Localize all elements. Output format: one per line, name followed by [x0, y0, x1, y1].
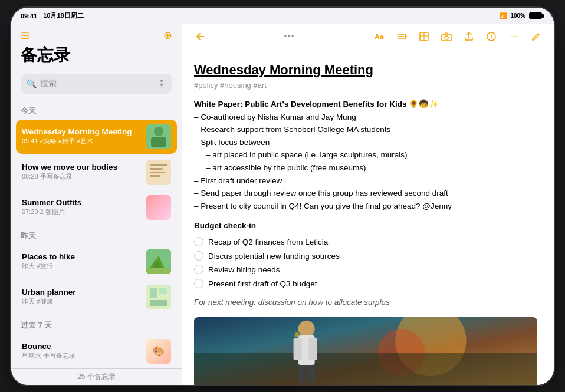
share-button[interactable] [459, 27, 478, 46]
note-text-meeting: Wednesday Morning Meeting 09:41 #策略 #房子 … [22, 127, 142, 146]
search-placeholder: 搜索 [40, 78, 155, 89]
note-meta-bounce: 星期六 手写备忘录 [22, 351, 142, 360]
toolbar-center: ••• [280, 27, 299, 46]
svg-rect-33 [309, 338, 317, 360]
edit-button[interactable] [527, 27, 546, 46]
note-title-planner: Urban planner [22, 288, 142, 297]
note-meta-outfits: 07:20 2 张照片 [22, 207, 142, 216]
note-text-bodies: How we move our bodies 08:28 手写备忘录 [22, 163, 142, 181]
line-3: – art placed in public space (i.e. large… [194, 149, 537, 162]
note-thumb-hike [146, 249, 171, 274]
svg-point-30 [298, 321, 315, 337]
checkbox-label-0: Recap of Q2 finances from Leticia [208, 236, 328, 249]
note-thumb-outfits [146, 195, 171, 220]
note-image [194, 317, 537, 385]
search-icon: 🔍 [27, 79, 37, 88]
note-text-bounce: Bounce 星期六 手写备忘录 [22, 342, 142, 360]
svg-point-18 [405, 35, 407, 38]
svg-rect-5 [150, 168, 163, 170]
note-scroll[interactable]: Wednesday Morning Meeting #policy #housi… [182, 50, 554, 385]
notes-list: 今天 Wednesday Morning Meeting 09:41 #策略 #… [11, 101, 182, 368]
sidebar: ⊟ ⊕ 备忘录 🔍 搜索 🎙 今天 Wednesday Morning Meet… [11, 24, 182, 385]
new-note-icon[interactable]: ⊕ [163, 29, 172, 42]
svg-rect-32 [294, 338, 302, 360]
line-7: – Present to city council in Q4! Can you… [194, 200, 537, 213]
note-text-outfits: Summer Outfits 07:20 2 张照片 [22, 198, 142, 216]
line-2: – Split focus between [194, 136, 537, 149]
note-thumb-bounce: 🎨 [146, 339, 171, 364]
note-title-bodies: How we move our bodies [22, 163, 142, 172]
checkbox-item-3: Present first draft of Q3 budget [194, 278, 537, 291]
svg-rect-15 [150, 300, 167, 306]
white-paper-heading: White Paper: Public Art's Development Be… [194, 98, 537, 111]
svg-rect-11 [146, 268, 171, 274]
note-meta-hike: 昨天 #旅行 [22, 262, 142, 271]
note-title-meeting: Wednesday Morning Meeting [22, 127, 142, 136]
note-meta-meeting: 09:41 #策略 #房子 #艺术 [22, 137, 142, 146]
note-count: 25 个备忘录 [77, 372, 116, 382]
line-5: – First draft under review [194, 174, 537, 187]
checkbox-2[interactable] [194, 265, 203, 274]
budget-heading: Budget check-in [194, 219, 537, 232]
sidebar-toggle-icon[interactable]: ⊟ [21, 29, 29, 42]
note-thumb-bodies [146, 160, 171, 185]
wifi-icon: 📶 [500, 12, 507, 19]
note-heading: Wednesday Morning Meeting [194, 62, 537, 79]
toolbar-left [190, 27, 209, 46]
mic-icon[interactable]: 🎙 [158, 79, 166, 88]
checkbox-0[interactable] [194, 237, 203, 246]
svg-rect-2 [151, 137, 166, 147]
status-bar: 09:41 10月18日周二 📶 100% [11, 8, 554, 24]
note-item-bounce[interactable]: Bounce 星期六 手写备忘录 🎨 [16, 334, 177, 368]
note-detail: ••• Aa [182, 24, 554, 385]
note-text-hike: Places to hike 昨天 #旅行 [22, 252, 142, 271]
svg-rect-7 [150, 175, 160, 177]
checkbox-label-3: Present first draft of Q3 budget [208, 278, 317, 291]
note-thumb-planner [146, 285, 171, 309]
note-item-bodies[interactable]: How we move our bodies 08:28 手写备忘录 [16, 155, 177, 189]
mark-button[interactable] [482, 27, 501, 46]
more-button[interactable]: ··· [504, 27, 523, 46]
note-title-bounce: Bounce [22, 342, 142, 351]
svg-point-24 [445, 36, 448, 39]
svg-rect-35 [308, 365, 315, 383]
svg-point-36 [295, 332, 300, 337]
section-yesterday: 昨天 [11, 226, 182, 243]
back-button[interactable] [190, 27, 209, 46]
note-thumb-meeting [146, 124, 171, 149]
section-past7: 过去 7 天 [11, 315, 182, 333]
note-tags: #policy #housing #art [194, 81, 537, 90]
checkbox-item-0: Recap of Q2 finances from Leticia [194, 236, 537, 249]
status-left: 09:41 10月18日周二 [21, 11, 84, 20]
note-item-meeting[interactable]: Wednesday Morning Meeting 09:41 #策略 #房子 … [16, 120, 177, 154]
ipad-frame: 09:41 10月18日周二 📶 100% ⊟ ⊕ 备忘录 🔍 [11, 8, 554, 385]
sidebar-header: ⊟ ⊕ [11, 24, 182, 42]
line-4: – art accessible by the public (free mus… [194, 162, 537, 174]
note-toolbar: ••• Aa [182, 24, 554, 50]
time: 09:41 [21, 12, 37, 19]
note-text-planner: Urban planner 昨天 #健康 [22, 288, 142, 306]
search-bar[interactable]: 🔍 搜索 🎙 [21, 74, 172, 94]
note-title-hike: Places to hike [22, 252, 142, 261]
checkbox-1[interactable] [194, 251, 203, 261]
next-meeting-note: For next meeting: discussion on how to a… [194, 296, 537, 309]
format-button[interactable] [392, 27, 411, 46]
font-button[interactable]: Aa [370, 27, 389, 46]
checkbox-label-2: Review hiring needs [208, 263, 280, 276]
sidebar-title: 备忘录 [11, 42, 182, 71]
svg-rect-14 [159, 288, 167, 294]
battery-icon [529, 12, 542, 19]
checkbox-3[interactable] [194, 279, 203, 288]
svg-rect-4 [150, 164, 167, 166]
note-item-hike[interactable]: Places to hike 昨天 #旅行 [16, 245, 177, 279]
checkbox-item-2: Review hiring needs [194, 263, 537, 276]
line-6: – Send paper through review once this gr… [194, 187, 537, 200]
toolbar-right: Aa [370, 27, 546, 46]
svg-rect-6 [150, 172, 165, 173]
note-body: White Paper: Public Art's Development Be… [194, 98, 537, 384]
note-item-planner[interactable]: Urban planner 昨天 #健康 [16, 280, 177, 314]
table-button[interactable] [415, 27, 433, 46]
camera-button[interactable] [437, 27, 456, 46]
checkbox-list: Recap of Q2 finances from Leticia Discus… [194, 236, 537, 290]
note-item-outfits[interactable]: Summer Outfits 07:20 2 张照片 [16, 190, 177, 225]
